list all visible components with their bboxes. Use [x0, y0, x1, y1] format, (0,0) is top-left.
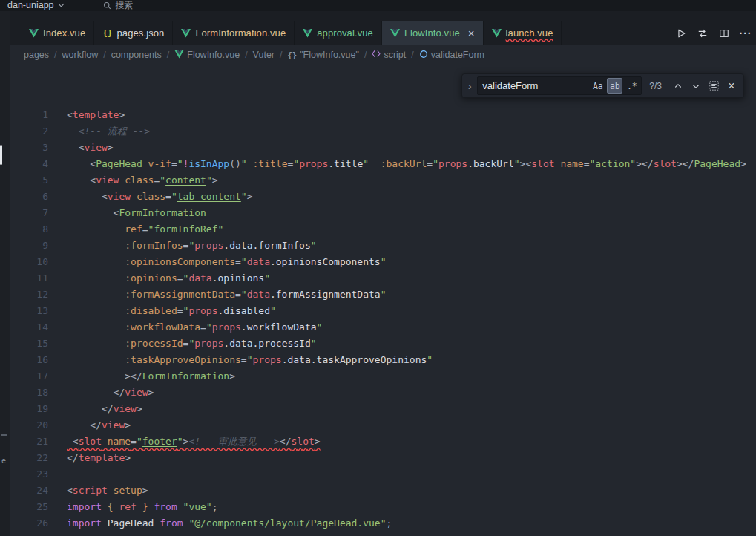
code-line-content[interactable]: <template>	[48, 107, 125, 123]
line-number: 10	[10, 254, 48, 270]
code-line-content[interactable]: ref="formInfoRef"	[48, 221, 223, 238]
code-line-content[interactable]: ></FormInformation>	[48, 368, 235, 385]
vue-file-icon	[181, 29, 191, 38]
breadcrumb-separator: /	[245, 50, 247, 60]
code-line-content[interactable]: </view>	[48, 385, 154, 401]
code-line: 4 <PageHead v-if="!isInApp()" :title="pr…	[10, 156, 756, 172]
tab-FlowInfo.vue[interactable]: FlowInfo.vue×	[382, 21, 484, 45]
code-line-content[interactable]	[48, 466, 73, 483]
code-line-content[interactable]: <view class="content">	[48, 172, 218, 189]
code-line-content[interactable]: <slot name="footer"><!-- 审批意见 --></slot>	[48, 434, 321, 450]
vue-file-icon	[492, 29, 502, 38]
line-number: 26	[10, 515, 48, 532]
code-line: 7 <FormInformation	[10, 205, 756, 221]
code-lines: 1<template>2 <!-- 流程 -->3 <view>4 <PageH…	[10, 65, 756, 532]
code-line-content[interactable]: <script setup>	[48, 483, 148, 499]
close-find-button[interactable]: ×	[724, 78, 739, 94]
code-line-content[interactable]: :taskApproveOpinions="props.data.taskApp…	[48, 352, 433, 368]
code-line-content[interactable]: :workflowData="props.workflowData"	[48, 319, 322, 336]
code-line: 10 :opinionsComponents="data.opinionsCom…	[10, 254, 756, 270]
line-number: 8	[10, 221, 48, 238]
next-match-button[interactable]	[688, 78, 703, 94]
code-line: 14 :workflowData="props.workflowData"	[10, 319, 756, 336]
code-line: 13 :disabled="props.disabled"	[10, 303, 756, 319]
code-line-content[interactable]: </view>	[48, 417, 131, 434]
line-number: 23	[10, 466, 48, 483]
breadcrumb-separator: /	[54, 50, 56, 60]
code-line-content[interactable]: <!-- 流程 -->	[48, 123, 150, 140]
code-line: 1<template>	[10, 107, 756, 123]
breadcrumb-label: script	[384, 50, 406, 60]
breadcrumb-separator: /	[103, 50, 105, 60]
code-line-content[interactable]: </view>	[48, 401, 142, 417]
breadcrumb-label: "FlowInfo.vue"	[300, 50, 359, 60]
code-line-content[interactable]: :opinions="data.opinions"	[48, 270, 270, 287]
vue-file-icon	[174, 50, 184, 61]
code-line: 22</template>	[10, 450, 756, 466]
breadcrumb-item[interactable]: Vuter	[253, 50, 275, 60]
line-number: 16	[10, 352, 48, 368]
editor[interactable]: › validateForm Aa ab .* ?/3	[10, 65, 756, 536]
code-line-content[interactable]: :formAssignmentData="data.formAssignment…	[48, 287, 387, 303]
close-tab-icon[interactable]: ×	[468, 27, 475, 39]
code-line-content[interactable]: <PageHead v-if="!isInApp()" :title="prop…	[48, 156, 746, 172]
code-line: 2 <!-- 流程 -->	[10, 123, 756, 140]
regex-button[interactable]: .*	[624, 78, 640, 94]
line-number: 18	[10, 385, 48, 401]
code-line-content[interactable]: <FormInformation	[48, 205, 206, 221]
code-line-content[interactable]: :formInfos="props.data.formInfos"	[48, 238, 317, 254]
code-line-content[interactable]: import { ref } from "vue";	[48, 499, 218, 515]
line-number: 22	[10, 450, 48, 466]
tab-FormInformation.vue[interactable]: FormInformation.vue	[173, 21, 295, 45]
open-changes-button[interactable]	[697, 27, 709, 39]
vue-file-icon	[303, 29, 312, 38]
breadcrumb-item[interactable]: FlowInfo.vue	[174, 50, 240, 61]
breadcrumb-item[interactable]: pages	[24, 50, 49, 60]
line-number: 7	[10, 205, 48, 221]
scroll-indicator[interactable]	[0, 145, 2, 165]
code-line-content[interactable]: <view>	[48, 140, 114, 156]
breadcrumb-item[interactable]: components	[111, 50, 162, 60]
match-case-button[interactable]: Aa	[590, 78, 605, 94]
breadcrumb-separator: /	[167, 50, 169, 60]
tab-label: FlowInfo.vue	[404, 27, 460, 39]
breadcrumb-separator: /	[280, 50, 282, 60]
more-actions-button[interactable]: ···	[740, 27, 752, 39]
project-menu[interactable]: dan-uniapp	[0, 0, 65, 10]
line-number: 4	[10, 156, 48, 172]
find-input[interactable]: validateForm Aa ab .*	[477, 76, 642, 95]
split-editor-button[interactable]	[718, 27, 730, 39]
breadcrumb-item[interactable]: validateForm	[419, 50, 484, 61]
breadcrumb-item[interactable]: workflow	[62, 50, 99, 60]
tab-pages.json[interactable]: {}pages.json	[94, 21, 173, 45]
breadcrumb-item[interactable]: {}"FlowInfo.vue"	[288, 50, 359, 60]
code-line-content[interactable]: :opinionsComponents="data.opinionsCompon…	[48, 254, 387, 270]
previous-match-button[interactable]	[671, 78, 686, 94]
run-button[interactable]	[675, 27, 687, 39]
tab-label: launch.vue	[506, 27, 553, 39]
code-line-content[interactable]: import PageHead from "@/components/layou…	[48, 515, 392, 532]
code-line: 8 ref="formInfoRef"	[10, 221, 756, 238]
code-line-content[interactable]: </template>	[48, 450, 131, 466]
code-line-content[interactable]: <view class="tab-content">	[48, 189, 252, 205]
sidebar-text-fragment	[1, 434, 7, 436]
code-line: 11 :opinions="data.opinions"	[10, 270, 756, 287]
toggle-replace-icon[interactable]: ›	[465, 80, 474, 91]
code-line: 18 </view>	[10, 385, 756, 401]
editor-actions: ···	[675, 21, 755, 45]
tab-launch.vue[interactable]: launch.vue	[484, 21, 562, 45]
titlebar-search[interactable]: 搜索	[97, 0, 139, 11]
code-line-content[interactable]: :processId="props.data.processId"	[48, 336, 317, 352]
tab-Index.vue[interactable]: Index.vue	[21, 21, 94, 45]
tab-approval.vue[interactable]: approval.vue	[295, 21, 382, 45]
line-number: 25	[10, 499, 48, 515]
code-line: 9 :formInfos="props.data.formInfos"	[10, 238, 756, 254]
whole-word-button[interactable]: ab	[607, 78, 622, 94]
vue-file-icon	[29, 29, 39, 38]
code-line-content[interactable]: :disabled="props.disabled"	[48, 303, 276, 319]
find-in-selection-button[interactable]	[706, 78, 721, 94]
line-number: 19	[10, 401, 48, 417]
breadcrumb-item[interactable]: script	[372, 50, 406, 60]
line-number: 1	[10, 107, 48, 123]
code-line: 3 <view>	[10, 140, 756, 156]
